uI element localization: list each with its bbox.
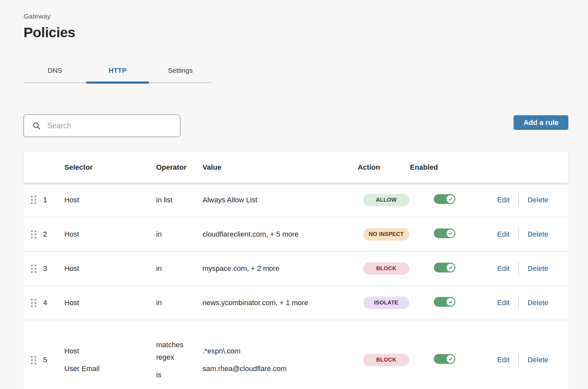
drag-handle-icon[interactable]	[31, 299, 36, 307]
tab-bar: DNS HTTP Settings	[24, 67, 568, 83]
toggle-check-icon	[447, 264, 454, 272]
column-header-action: Action	[358, 163, 410, 172]
selector-cell: Host	[64, 297, 156, 309]
value-cell: news.ycombinator.com, + 1 more	[203, 297, 358, 309]
delete-link[interactable]: Delete	[528, 230, 548, 239]
column-header-selector: Selector	[64, 163, 156, 172]
action-badge: ISOLATE	[363, 297, 409, 309]
gateway-policies-page: Gateway Policies DNS HTTP Settings Add a…	[0, 0, 588, 389]
table-row: 3 Host in myspace.com, + 2 more BLOCK Ed…	[24, 251, 568, 286]
action-badge: BLOCK	[363, 354, 409, 366]
action-badge: BLOCK	[363, 262, 409, 275]
table-row: 4 Host in news.ycombinator.com, + 1 more…	[24, 286, 568, 320]
edit-link[interactable]: Edit	[497, 264, 510, 273]
action-badge: NO INSPECT	[363, 228, 409, 241]
operator-cell: in	[156, 228, 203, 241]
edit-delete-divider	[518, 297, 519, 309]
tab-dns[interactable]: DNS	[24, 67, 86, 83]
operator-cell: matches regexis	[156, 339, 203, 381]
selector-cell: Host	[64, 262, 156, 275]
toggle-check-icon	[447, 229, 454, 237]
edit-delete-divider	[518, 228, 519, 241]
edit-delete-divider	[518, 194, 519, 206]
row-number: 2	[43, 230, 47, 239]
drag-handle-icon[interactable]	[31, 265, 36, 273]
page-title: Policies	[24, 24, 568, 40]
toggle-check-icon	[447, 355, 454, 363]
operator-cell: in list	[156, 194, 203, 206]
value-cell: .*espn\.comsam.rhea@cloudflare.com	[203, 345, 358, 375]
edit-delete-divider	[518, 262, 519, 275]
delete-link[interactable]: Delete	[528, 196, 548, 204]
row-number: 5	[43, 356, 47, 364]
value-cell: myspace.com, + 2 more	[203, 262, 358, 275]
edit-delete-divider	[518, 354, 519, 366]
table-header: Selector Operator Value Action Enabled	[24, 152, 568, 183]
row-number: 1	[43, 196, 47, 204]
policies-table: Selector Operator Value Action Enabled 1…	[24, 152, 568, 389]
toolbar: Add a rule	[24, 115, 568, 137]
delete-link[interactable]: Delete	[528, 356, 548, 364]
delete-link[interactable]: Delete	[528, 264, 548, 273]
row-number: 3	[43, 264, 47, 273]
drag-handle-icon[interactable]	[31, 356, 36, 364]
selector-cell: HostUser Email	[64, 345, 156, 375]
delete-link[interactable]: Delete	[528, 299, 548, 307]
search-box[interactable]	[24, 115, 180, 137]
enabled-toggle[interactable]	[434, 297, 455, 307]
value-cell: Always Allow List	[203, 194, 358, 206]
edit-link[interactable]: Edit	[497, 299, 510, 307]
tab-http[interactable]: HTTP	[86, 67, 149, 83]
selector-cell: Host	[64, 194, 156, 206]
column-header-enabled: Enabled	[410, 163, 478, 172]
table-body: 1 Host in list Always Allow List ALLOW E…	[24, 183, 568, 389]
enabled-toggle[interactable]	[434, 228, 455, 238]
table-row: 1 Host in list Always Allow List ALLOW E…	[24, 183, 568, 217]
search-input[interactable]	[47, 121, 174, 130]
table-row: 5 HostUser Email matches regexis .*espn\…	[24, 320, 568, 389]
action-badge: ALLOW	[363, 194, 409, 206]
edit-link[interactable]: Edit	[497, 230, 510, 239]
edit-link[interactable]: Edit	[497, 196, 510, 204]
search-icon	[32, 122, 41, 130]
add-rule-button[interactable]: Add a rule	[514, 115, 568, 130]
toggle-check-icon	[447, 195, 454, 203]
enabled-toggle[interactable]	[434, 354, 455, 364]
drag-handle-icon[interactable]	[31, 196, 36, 204]
enabled-toggle[interactable]	[434, 263, 455, 272]
enabled-toggle[interactable]	[434, 194, 455, 204]
column-header-value: Value	[203, 163, 358, 172]
row-number: 4	[43, 299, 47, 307]
drag-handle-icon[interactable]	[31, 230, 36, 239]
toggle-check-icon	[447, 298, 454, 306]
value-cell: cloudflareclient.com, + 5 more	[203, 228, 358, 241]
breadcrumb[interactable]: Gateway	[24, 12, 568, 20]
selector-cell: Host	[64, 228, 156, 241]
column-header-operator: Operator	[156, 163, 203, 172]
table-row: 2 Host in cloudflareclient.com, + 5 more…	[24, 217, 568, 251]
operator-cell: in	[156, 297, 203, 309]
edit-link[interactable]: Edit	[497, 356, 510, 364]
operator-cell: in	[156, 262, 203, 275]
tab-settings[interactable]: Settings	[149, 67, 212, 83]
